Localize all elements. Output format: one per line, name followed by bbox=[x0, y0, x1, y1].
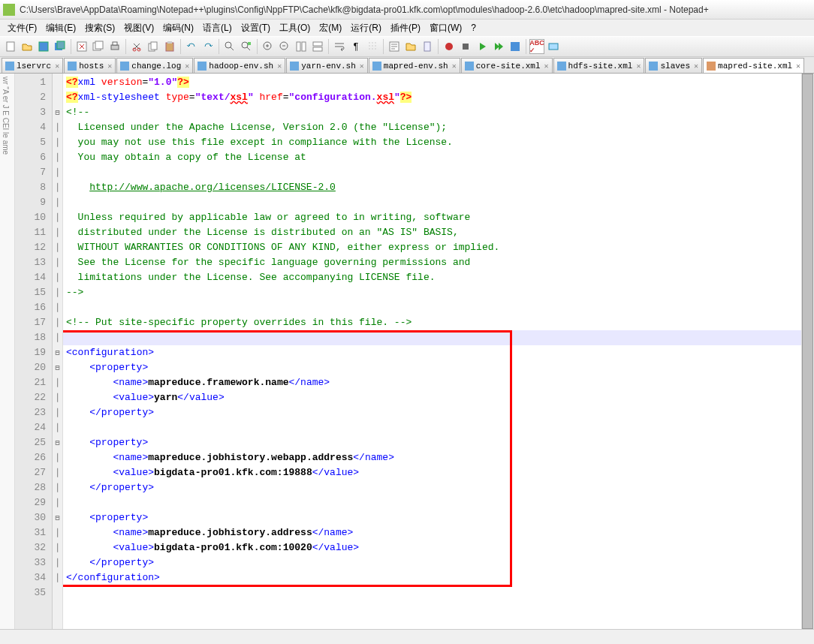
paste-icon[interactable] bbox=[162, 39, 177, 54]
close-icon[interactable] bbox=[74, 39, 89, 54]
editor: wr "A er J E CEI le ame 1234567891011121… bbox=[0, 74, 814, 629]
tab-yarn-env[interactable]: yarn-env.sh✕ bbox=[286, 58, 368, 73]
function-list-icon[interactable] bbox=[387, 39, 402, 54]
file-icon bbox=[290, 62, 299, 71]
undo-icon[interactable] bbox=[184, 39, 199, 54]
separator bbox=[383, 39, 384, 54]
line-number-gutter: 1234567891011121314151617181920212223242… bbox=[15, 74, 53, 629]
close-icon[interactable]: ✕ bbox=[452, 62, 457, 71]
tab-slaves[interactable]: slaves✕ bbox=[645, 58, 702, 73]
zoom-in-icon[interactable] bbox=[261, 39, 276, 54]
menu-file[interactable]: 文件(F) bbox=[3, 20, 41, 36]
tab-label: yarn-env.sh bbox=[301, 62, 356, 71]
menu-macro[interactable]: 宏(M) bbox=[315, 20, 346, 36]
tab-label: hadoop-env.sh bbox=[209, 62, 273, 71]
play-macro-icon[interactable] bbox=[475, 39, 490, 54]
close-icon[interactable]: ✕ bbox=[55, 62, 59, 71]
menu-view[interactable]: 视图(V) bbox=[119, 20, 158, 36]
separator bbox=[328, 39, 329, 54]
record-macro-icon[interactable] bbox=[442, 39, 457, 54]
save-macro-icon[interactable] bbox=[508, 39, 523, 54]
tab-core-site[interactable]: core-site.xml✕ bbox=[461, 58, 553, 73]
file-icon bbox=[372, 62, 381, 71]
svg-rect-27 bbox=[463, 44, 469, 50]
print-icon[interactable] bbox=[107, 39, 122, 54]
svg-rect-6 bbox=[95, 41, 103, 49]
svg-rect-21 bbox=[302, 42, 306, 51]
close-icon[interactable]: ✕ bbox=[694, 62, 698, 71]
show-chars-icon[interactable]: ¶ bbox=[348, 39, 363, 54]
scrollbar-thumb[interactable] bbox=[802, 74, 813, 629]
statusbar bbox=[0, 629, 814, 644]
file-icon bbox=[68, 62, 77, 71]
copy-icon[interactable] bbox=[146, 39, 161, 54]
indent-guide-icon[interactable] bbox=[365, 39, 380, 54]
separator bbox=[219, 39, 219, 54]
open-file-icon[interactable] bbox=[20, 39, 35, 54]
svg-point-26 bbox=[445, 43, 453, 50]
close-icon[interactable]: ✕ bbox=[185, 62, 189, 71]
menu-language[interactable]: 语言(L) bbox=[198, 20, 237, 36]
redo-icon[interactable] bbox=[200, 39, 216, 54]
sync-v-icon[interactable] bbox=[294, 39, 309, 54]
left-strip: wr "A er J E CEI le ame bbox=[0, 74, 15, 629]
menu-tools[interactable]: 工具(O) bbox=[275, 20, 315, 36]
vertical-scrollbar[interactable] bbox=[801, 74, 814, 629]
doc-map-icon[interactable] bbox=[420, 39, 435, 54]
save-icon[interactable] bbox=[36, 39, 51, 54]
tab-mapred-site[interactable]: mapred-site.xml✕ bbox=[703, 58, 804, 73]
tab-hosts[interactable]: hosts✕ bbox=[64, 58, 116, 73]
play-multi-icon[interactable] bbox=[491, 39, 506, 54]
tab-hdfs-site[interactable]: hdfs-site.xml✕ bbox=[553, 58, 645, 73]
menu-edit[interactable]: 编辑(E) bbox=[41, 20, 80, 36]
close-all-icon[interactable] bbox=[91, 39, 106, 54]
tabbar: lservrc✕ hosts✕ change.log✕ hadoop-env.s… bbox=[0, 57, 814, 74]
tab-changelog[interactable]: change.log✕ bbox=[116, 58, 193, 73]
menu-plugins[interactable]: 插件(P) bbox=[386, 20, 425, 36]
tab-label: mapred-site.xml bbox=[718, 62, 792, 71]
folder-icon[interactable] bbox=[403, 39, 418, 54]
menu-run[interactable]: 运行(R) bbox=[346, 20, 386, 36]
close-icon[interactable]: ✕ bbox=[360, 62, 364, 71]
separator bbox=[526, 39, 526, 54]
tab-mapred-env[interactable]: mapred-env.sh✕ bbox=[369, 58, 460, 73]
new-file-icon[interactable] bbox=[3, 39, 18, 54]
tab-hadoop-env[interactable]: hadoop-env.sh✕ bbox=[194, 58, 285, 73]
close-icon[interactable]: ✕ bbox=[636, 62, 641, 71]
separator bbox=[125, 39, 126, 54]
svg-rect-13 bbox=[166, 43, 173, 51]
menu-encoding[interactable]: 编码(N) bbox=[158, 20, 198, 36]
file-icon bbox=[5, 62, 14, 71]
tab-label: hdfs-site.xml bbox=[568, 62, 633, 71]
file-icon bbox=[465, 62, 474, 71]
menu-help[interactable]: ? bbox=[466, 21, 481, 35]
zoom-out-icon[interactable] bbox=[277, 39, 292, 54]
menu-search[interactable]: 搜索(S) bbox=[80, 20, 119, 36]
svg-point-16 bbox=[242, 42, 248, 48]
close-icon[interactable]: ✕ bbox=[796, 62, 800, 71]
notepadpp-window: C:\Users\Brave\AppData\Roaming\Notepad++… bbox=[0, 0, 814, 644]
file-icon bbox=[649, 62, 658, 71]
find-icon[interactable] bbox=[222, 39, 237, 54]
nppftp-icon[interactable] bbox=[546, 39, 561, 54]
svg-rect-29 bbox=[549, 44, 558, 50]
svg-rect-23 bbox=[313, 47, 322, 51]
menu-settings[interactable]: 设置(T) bbox=[237, 20, 275, 36]
stop-macro-icon[interactable] bbox=[458, 39, 473, 54]
close-icon[interactable]: ✕ bbox=[277, 62, 282, 71]
svg-rect-17 bbox=[248, 42, 251, 45]
code-area[interactable]: <?xml version="1.0"?> <?xml-stylesheet t… bbox=[63, 74, 801, 629]
sync-h-icon[interactable] bbox=[310, 39, 325, 54]
cut-icon[interactable] bbox=[129, 39, 144, 54]
tab-lservrc[interactable]: lservrc✕ bbox=[2, 58, 63, 73]
close-icon[interactable]: ✕ bbox=[544, 62, 549, 71]
wordwrap-icon[interactable] bbox=[332, 39, 347, 54]
tab-label: core-site.xml bbox=[476, 62, 541, 71]
separator bbox=[257, 39, 258, 54]
menubar: 文件(F) 编辑(E) 搜索(S) 视图(V) 编码(N) 语言(L) 设置(T… bbox=[0, 20, 814, 36]
save-all-icon[interactable] bbox=[53, 39, 68, 54]
replace-icon[interactable] bbox=[239, 39, 254, 54]
spellcheck-icon[interactable]: ABC✓ bbox=[529, 39, 544, 54]
close-icon[interactable]: ✕ bbox=[107, 62, 112, 71]
menu-window[interactable]: 窗口(W) bbox=[425, 20, 466, 36]
